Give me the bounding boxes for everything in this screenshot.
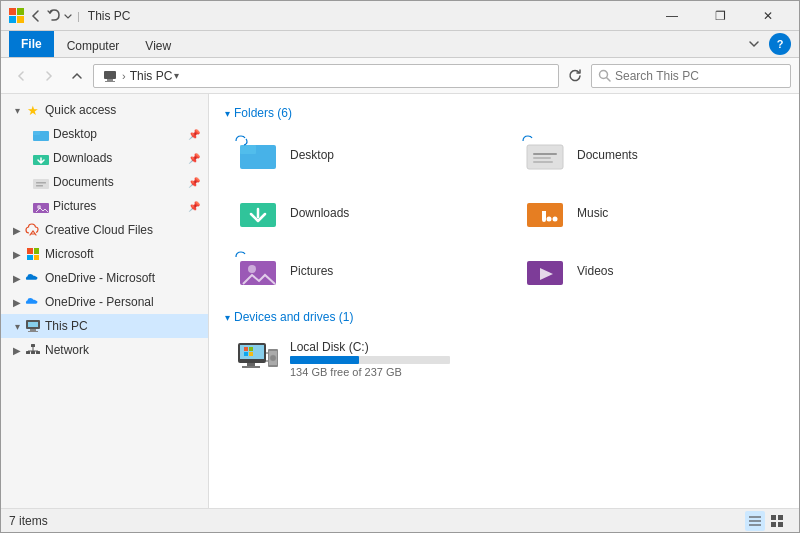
onedrive-ms-toggle[interactable]: ▶ [9, 270, 25, 286]
restore-button[interactable]: ❐ [697, 1, 743, 31]
desktop-icon [234, 135, 282, 175]
drive-space: 134 GB free of 237 GB [290, 366, 774, 378]
downloads-folder-icon [33, 150, 49, 166]
sidebar-item-downloads[interactable]: Downloads 📌 [1, 146, 208, 170]
documents-folder-name: Documents [577, 148, 638, 162]
downloads-icon [234, 193, 282, 233]
thispc-small-icon [102, 68, 118, 84]
drive-item-c[interactable]: Local Disk (C:) 134 GB free of 237 GB [225, 332, 783, 386]
thispc-toggle[interactable]: ▾ [9, 318, 25, 334]
sidebar-item-onedrive-ms[interactable]: ▶ OneDrive - Microsoft [1, 266, 208, 290]
documents-icon [521, 135, 569, 175]
folder-item-music[interactable]: Music [512, 186, 783, 240]
tab-computer[interactable]: Computer [54, 34, 133, 57]
back-button[interactable] [9, 64, 33, 88]
sidebar-item-pictures[interactable]: Pictures 📌 [1, 194, 208, 218]
thispc-icon [25, 318, 41, 334]
svg-point-39 [248, 265, 256, 273]
pictures-label: Pictures [53, 199, 96, 213]
folder-item-videos[interactable]: Videos [512, 244, 783, 298]
qat-dropdown-icon[interactable] [63, 8, 73, 24]
refresh-button[interactable] [563, 64, 587, 88]
qat-undo-icon[interactable] [46, 8, 62, 24]
tab-file[interactable]: File [9, 31, 54, 57]
sidebar-item-onedrive-personal[interactable]: ▶ OneDrive - Personal [1, 290, 208, 314]
svg-rect-33 [533, 161, 553, 163]
sidebar: ▾ ★ Quick access Desktop 📌 Downloads 📌 [1, 94, 209, 508]
svg-rect-14 [36, 185, 43, 187]
address-path[interactable]: › This PC ▾ [93, 64, 559, 88]
up-button[interactable] [65, 64, 89, 88]
drive-icon [234, 339, 282, 379]
microsoft-toggle[interactable]: ▶ [9, 246, 25, 262]
downloads-pin-icon: 📌 [188, 153, 200, 164]
search-box [591, 64, 791, 88]
svg-rect-49 [242, 366, 260, 368]
sidebar-item-microsoft[interactable]: ▶ Microsoft [1, 242, 208, 266]
view-list-btn[interactable] [745, 511, 765, 531]
svg-rect-4 [104, 71, 116, 79]
star-icon: ★ [25, 102, 41, 118]
search-input[interactable] [615, 69, 784, 83]
desktop-folder-name: Desktop [290, 148, 334, 162]
window-title: This PC [88, 9, 649, 23]
svg-rect-60 [771, 522, 776, 527]
network-icon [25, 342, 41, 358]
cc-icon [25, 222, 41, 238]
folder-item-pictures[interactable]: Pictures [225, 244, 496, 298]
svg-rect-6 [105, 81, 115, 82]
folder-item-downloads[interactable]: Downloads [225, 186, 496, 240]
drive-info: Local Disk (C:) 134 GB free of 237 GB [290, 340, 774, 378]
quickaccess-label: Quick access [45, 103, 116, 117]
sidebar-item-desktop[interactable]: Desktop 📌 [1, 122, 208, 146]
pictures-icon [234, 251, 282, 291]
sidebar-item-creativecloud[interactable]: ▶ Creative Cloud Files [1, 218, 208, 242]
search-icon [598, 69, 611, 82]
svg-rect-18 [28, 322, 38, 327]
onedrive-personal-toggle[interactable]: ▶ [9, 294, 25, 310]
cc-toggle[interactable]: ▶ [9, 222, 25, 238]
cc-label: Creative Cloud Files [45, 223, 153, 237]
svg-rect-3 [17, 16, 24, 23]
status-bar: 7 items [1, 508, 799, 532]
minimize-button[interactable]: — [649, 1, 695, 31]
svg-rect-15 [33, 203, 49, 213]
onedrive-ms-icon [25, 270, 41, 286]
svg-rect-45 [249, 347, 253, 351]
svg-line-8 [607, 78, 611, 82]
qat-back-icon[interactable] [28, 8, 44, 24]
downloads-folder-name: Downloads [290, 206, 349, 220]
network-toggle[interactable]: ▶ [9, 342, 25, 358]
forward-button[interactable] [37, 64, 61, 88]
folders-toggle[interactable]: ▾ [225, 108, 230, 119]
svg-point-36 [547, 217, 552, 222]
network-label: Network [45, 343, 89, 357]
devices-toggle[interactable]: ▾ [225, 312, 230, 323]
drive-bar-container [290, 356, 450, 364]
svg-rect-1 [17, 8, 24, 15]
address-dropdown-btn[interactable]: ▾ [172, 70, 181, 81]
devices-section-title: Devices and drives (1) [234, 310, 353, 324]
folder-item-desktop[interactable]: Desktop [225, 128, 496, 182]
folders-section-title: Folders (6) [234, 106, 292, 120]
quickaccess-toggle[interactable]: ▾ [9, 102, 25, 118]
svg-rect-13 [36, 182, 46, 184]
close-button[interactable]: ✕ [745, 1, 791, 31]
help-btn[interactable]: ? [769, 33, 791, 55]
svg-rect-61 [778, 522, 783, 527]
path-text: This PC [130, 69, 173, 83]
sidebar-item-documents[interactable]: Documents 📌 [1, 170, 208, 194]
sidebar-item-quickaccess[interactable]: ▾ ★ Quick access [1, 98, 208, 122]
sidebar-item-network[interactable]: ▶ Network [1, 338, 208, 362]
svg-rect-12 [33, 179, 49, 189]
sidebar-item-thispc[interactable]: ▾ This PC [1, 314, 208, 338]
svg-point-52 [270, 355, 276, 361]
pictures-folder-icon [33, 198, 49, 214]
address-bar: › This PC ▾ [1, 58, 799, 94]
microsoft-icon [25, 246, 41, 262]
tab-view[interactable]: View [132, 34, 184, 57]
ribbon-collapse-btn[interactable] [743, 33, 765, 55]
drive-name: Local Disk (C:) [290, 340, 774, 354]
view-tiles-btn[interactable] [767, 511, 787, 531]
folder-item-documents[interactable]: Documents [512, 128, 783, 182]
